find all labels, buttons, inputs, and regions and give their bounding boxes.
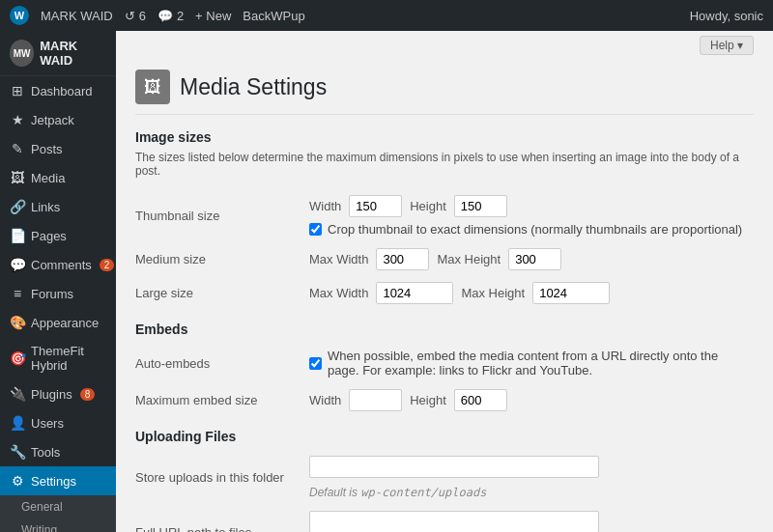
medium-width-input[interactable] — [376, 248, 429, 270]
page-icon: 🖼 — [135, 70, 170, 104]
image-sizes-desc: The sizes listed below determine the max… — [135, 151, 754, 178]
main-inner: 🖼 Media Settings Image sizes The sizes l… — [116, 55, 773, 532]
refresh-item[interactable]: ↺ 6 — [125, 9, 146, 23]
sidebar-item-label: Users — [31, 416, 64, 431]
page-title: Media Settings — [180, 74, 327, 100]
sidebar-item-media[interactable]: 🖼 Media — [0, 163, 116, 192]
sidebar-item-dashboard[interactable]: ⊞ Dashboard — [0, 76, 116, 105]
large-label: Large size — [135, 276, 300, 310]
embeds-title: Embeds — [135, 322, 754, 337]
submenu-writing[interactable]: Writing — [0, 518, 116, 532]
sidebar-brand: MW MARK WAID — [0, 31, 116, 76]
medium-row: Medium size Max Width Max Height — [135, 242, 754, 276]
large-width-input[interactable] — [376, 282, 453, 304]
auto-embeds-check[interactable]: When possible, embed the media content f… — [309, 349, 744, 378]
jetpack-icon: ★ — [10, 112, 25, 127]
sidebar-item-jetpack[interactable]: ★ Jetpack — [0, 105, 116, 134]
max-embed-row: Maximum embed size Width Height — [135, 383, 754, 417]
store-uploads-default: Default is wp-content/uploads — [309, 486, 486, 499]
full-url-row-inputs: Configuring this is optional. By default… — [309, 511, 744, 532]
sidebar-item-settings[interactable]: ⚙ Settings — [0, 466, 116, 495]
sidebar-item-label: Tools — [31, 445, 60, 460]
medium-height-input[interactable] — [508, 248, 561, 270]
sidebar: MW MARK WAID ⊞ Dashboard ★ Jetpack ✎ Pos… — [0, 31, 116, 532]
sidebar-item-users[interactable]: 👤 Users — [0, 408, 116, 437]
full-url-input[interactable] — [309, 511, 599, 532]
large-height-input[interactable] — [532, 282, 610, 304]
embed-width-label: Width — [309, 393, 341, 407]
settings-icon: ⚙ — [10, 473, 25, 489]
sidebar-item-plugins[interactable]: 🔌 Plugins 8 — [0, 379, 116, 408]
auto-embeds-check-label: When possible, embed the media content f… — [328, 349, 744, 378]
sidebar-item-label: Comments — [31, 258, 92, 272]
thumbnail-row: Thumbnail size Width Height Crop thumbna… — [135, 189, 754, 242]
full-url-row: Full URL path to files Configuring this … — [135, 505, 754, 532]
new-item[interactable]: + New — [195, 9, 231, 23]
sidebar-item-pages[interactable]: 📄 Pages — [0, 221, 116, 250]
sidebar-item-comments[interactable]: 💬 Comments 2 — [0, 250, 116, 279]
forums-icon: ≡ — [10, 286, 25, 301]
plugins-badge: 8 — [80, 388, 96, 401]
comments-item[interactable]: 💬 2 — [157, 9, 184, 23]
thumbnail-crop-check[interactable]: Crop thumbnail to exact dimensions (norm… — [309, 222, 744, 237]
media-icon: 🖼 — [10, 170, 25, 185]
embeds-table: Auto-embeds When possible, embed the med… — [135, 343, 754, 417]
topbar: W MARK WAID ↺ 6 💬 2 + New BackWPup Howdy… — [0, 0, 773, 31]
submenu-general[interactable]: General — [0, 495, 116, 518]
embed-height-input[interactable] — [454, 389, 507, 411]
thumbnail-height-input[interactable] — [454, 195, 507, 217]
image-sizes-title: Image sizes — [135, 129, 754, 145]
posts-icon: ✎ — [10, 141, 25, 156]
large-maxheight-label: Max Height — [461, 286, 525, 300]
sidebar-item-label: ThemeFit Hybrid — [31, 344, 106, 373]
store-uploads-label: Store uploads in this folder — [135, 450, 300, 505]
uploading-title: Uploading Files — [135, 429, 754, 444]
sidebar-item-label: Links — [31, 200, 60, 214]
sidebar-item-forums[interactable]: ≡ Forums — [0, 279, 116, 308]
sidebar-item-label: Settings — [31, 474, 76, 489]
sidebar-item-label: Media — [31, 171, 65, 185]
tools-icon: 🔧 — [10, 444, 25, 460]
thumb-width-label: Width — [309, 199, 341, 213]
sidebar-item-links[interactable]: 🔗 Links — [0, 192, 116, 221]
pages-icon: 📄 — [10, 228, 25, 243]
sidebar-item-label: Forums — [31, 287, 73, 301]
sidebar-item-tools[interactable]: 🔧 Tools — [0, 437, 116, 466]
sidebar-item-themefit[interactable]: 🎯 ThemeFit Hybrid — [0, 337, 116, 379]
sidebar-item-label: Posts — [31, 142, 63, 156]
full-url-label: Full URL path to files — [135, 505, 300, 532]
sidebar-item-posts[interactable]: ✎ Posts — [0, 134, 116, 163]
sidebar-item-label: Appearance — [31, 316, 99, 330]
store-uploads-row-inputs: Default is wp-content/uploads — [309, 456, 744, 499]
max-embed-inputs: Width Height — [309, 389, 744, 411]
help-button[interactable]: Help ▾ — [700, 36, 754, 55]
large-maxwidth-label: Max Width — [309, 286, 368, 300]
auto-embeds-checkbox[interactable] — [309, 357, 322, 370]
uploading-table: Store uploads in this folder Default is … — [135, 450, 754, 532]
auto-embeds-label: Auto-embeds — [135, 343, 300, 383]
thumbnail-row-inputs: Width Height — [309, 195, 744, 217]
medium-row-inputs: Max Width Max Height — [309, 248, 744, 270]
thumbnail-crop-checkbox[interactable] — [309, 223, 322, 236]
sidebar-item-label: Pages — [31, 229, 67, 243]
store-uploads-input[interactable] — [309, 456, 599, 478]
thumbnail-width-input[interactable] — [349, 195, 402, 217]
topbar-right: Howdy, sonic — [690, 9, 763, 23]
links-icon: 🔗 — [10, 199, 25, 214]
dashboard-icon: ⊞ — [10, 83, 25, 98]
max-embed-label: Maximum embed size — [135, 383, 300, 417]
topbar-left: W MARK WAID ↺ 6 💬 2 + New BackWPup — [10, 6, 305, 25]
thumbnail-label: Thumbnail size — [135, 189, 300, 242]
plugins-icon: 🔌 — [10, 386, 25, 402]
site-name[interactable]: MARK WAID — [41, 9, 113, 23]
wp-logo[interactable]: W — [10, 6, 29, 25]
main-content: Help ▾ 🖼 Media Settings Image sizes The … — [116, 31, 773, 532]
plugin-item[interactable]: BackWPup — [243, 9, 304, 23]
auto-embeds-row: Auto-embeds When possible, embed the med… — [135, 343, 754, 383]
brand-icon: MW — [10, 40, 34, 67]
sidebar-item-appearance[interactable]: 🎨 Appearance — [0, 308, 116, 337]
embed-width-input[interactable] — [349, 389, 402, 411]
users-icon: 👤 — [10, 415, 25, 431]
store-uploads-row: Store uploads in this folder Default is … — [135, 450, 754, 505]
comments-badge: 2 — [100, 259, 115, 271]
